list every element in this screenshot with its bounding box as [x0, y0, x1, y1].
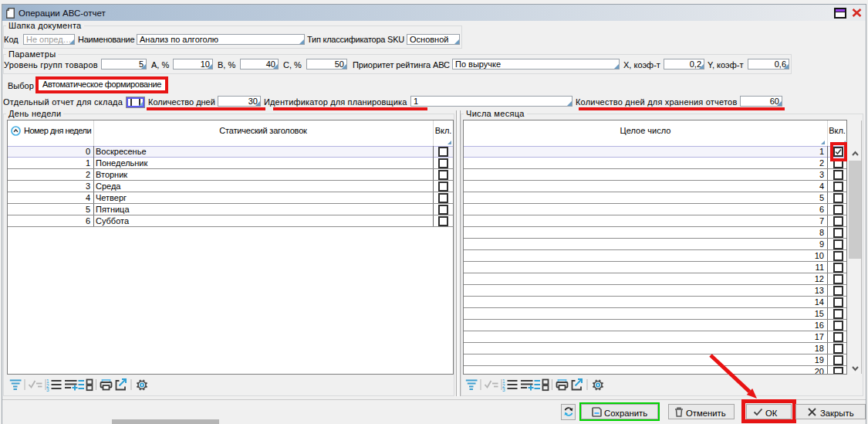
svg-text:3: 3 — [46, 387, 49, 392]
svg-text:3: 3 — [502, 387, 505, 392]
